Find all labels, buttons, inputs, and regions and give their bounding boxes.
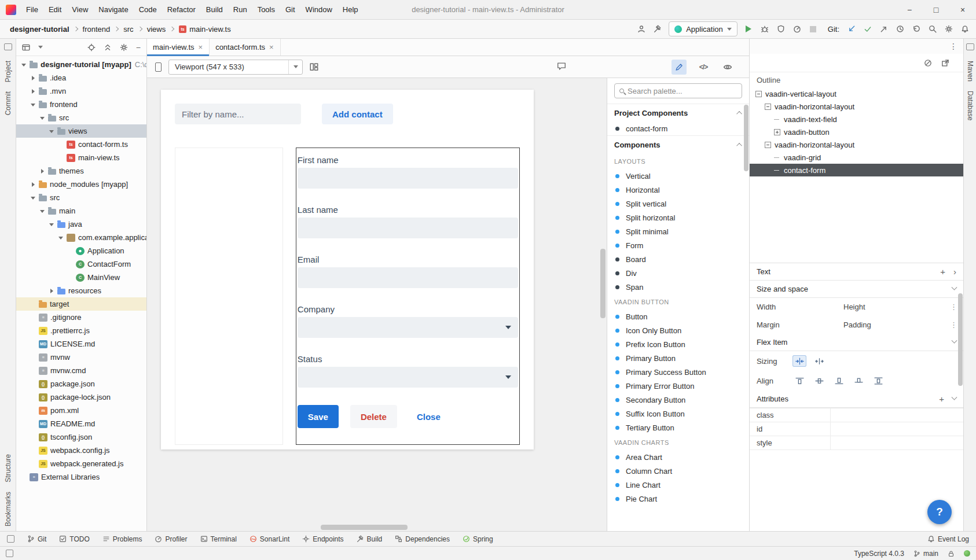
project-tree-item[interactable]: README.md bbox=[16, 417, 146, 430]
toolwindow-todo[interactable]: TODO bbox=[59, 535, 89, 543]
project-tree-item[interactable]: mvnw bbox=[16, 351, 146, 364]
palette-row[interactable]: VAADIN BUTTON bbox=[607, 294, 749, 310]
stop-button[interactable] bbox=[808, 24, 819, 34]
palette-row[interactable]: Secondary Button bbox=[607, 393, 749, 407]
tree-chevron-icon[interactable] bbox=[29, 180, 38, 189]
tree-chevron-icon[interactable] bbox=[47, 127, 56, 135]
tree-chevron-icon[interactable] bbox=[29, 367, 38, 375]
tree-chevron-icon[interactable] bbox=[29, 433, 38, 441]
git-update-icon[interactable] bbox=[846, 24, 857, 34]
palette-row[interactable]: Span bbox=[607, 280, 749, 294]
tree-chevron-icon[interactable] bbox=[29, 447, 38, 455]
toolwindow-icon[interactable] bbox=[966, 43, 974, 50]
maximize-button[interactable]: □ bbox=[923, 0, 949, 19]
collapse-caret-icon[interactable] bbox=[736, 142, 742, 148]
align-stretch-icon[interactable] bbox=[871, 375, 885, 386]
toolwindow-endpoints[interactable]: Endpoints bbox=[302, 535, 343, 543]
settings-gear-icon[interactable] bbox=[944, 24, 954, 34]
project-tree-item[interactable]: .gitignore bbox=[16, 311, 146, 324]
breadcrumb-item[interactable]: src bbox=[113, 25, 135, 34]
git-branch-widget[interactable]: main bbox=[913, 550, 938, 558]
git-commit-icon[interactable] bbox=[863, 24, 873, 34]
project-tree-item[interactable]: package-lock.json bbox=[16, 390, 146, 404]
align-end-icon[interactable] bbox=[832, 375, 846, 386]
rollback-icon[interactable] bbox=[911, 24, 922, 34]
preview-eye-icon[interactable] bbox=[720, 60, 735, 75]
form-field-input[interactable] bbox=[298, 317, 518, 338]
add-icon[interactable]: + bbox=[940, 267, 945, 277]
menu-item[interactable]: Edit bbox=[43, 0, 67, 19]
project-tree-item[interactable]: node_modules [myapp] bbox=[16, 178, 146, 191]
palette-row[interactable]: Components bbox=[607, 135, 749, 153]
device-frame-icon[interactable] bbox=[155, 62, 162, 72]
tree-chevron-icon[interactable] bbox=[66, 274, 75, 282]
tree-chevron-icon[interactable] bbox=[20, 473, 28, 481]
menu-item[interactable]: Window bbox=[300, 0, 337, 19]
minimize-button[interactable]: − bbox=[896, 0, 923, 19]
attribute-value-input[interactable] bbox=[831, 422, 963, 436]
menu-item[interactable]: Git bbox=[280, 0, 300, 19]
project-tree-item[interactable]: themes bbox=[16, 164, 146, 178]
close-tab-icon[interactable]: × bbox=[269, 43, 274, 51]
profiler-button[interactable] bbox=[792, 24, 802, 34]
menu-item[interactable]: View bbox=[67, 0, 93, 19]
palette-row[interactable]: Primary Error Button bbox=[607, 379, 749, 393]
tree-chevron-icon[interactable] bbox=[29, 327, 38, 335]
help-button[interactable]: ? bbox=[927, 500, 952, 524]
palette-row[interactable]: Horizontal bbox=[607, 183, 749, 197]
project-tree-item[interactable]: .idea bbox=[16, 71, 146, 84]
palette-row[interactable]: Split minimal bbox=[607, 224, 749, 238]
form-field-input[interactable] bbox=[298, 367, 518, 388]
outline-node-icon[interactable] bbox=[774, 170, 779, 171]
palette-row[interactable]: Vertical bbox=[607, 169, 749, 183]
tree-chevron-icon[interactable] bbox=[57, 141, 65, 149]
outline-node-icon[interactable] bbox=[755, 91, 762, 97]
history-icon[interactable] bbox=[895, 24, 905, 34]
align-center-icon[interactable] bbox=[812, 375, 826, 386]
width-field[interactable]: Width bbox=[757, 303, 843, 311]
add-attribute-icon[interactable]: + bbox=[939, 394, 944, 404]
save-button[interactable]: Save bbox=[298, 405, 339, 428]
project-tree-item[interactable]: Application bbox=[16, 244, 146, 257]
tree-chevron-icon[interactable] bbox=[20, 61, 28, 69]
hide-panel-icon[interactable]: − bbox=[136, 43, 141, 52]
palette-row[interactable]: VAADIN CHARTS bbox=[607, 434, 749, 450]
collapse-all-icon[interactable] bbox=[104, 43, 112, 51]
palette-row[interactable]: Primary Button bbox=[607, 351, 749, 365]
height-field[interactable]: Height bbox=[843, 303, 930, 311]
close-button[interactable]: × bbox=[949, 0, 976, 19]
project-tree-item[interactable]: java bbox=[16, 218, 146, 231]
designer-canvas[interactable]: Filter by name... Add contact First name bbox=[147, 78, 607, 531]
palette-row[interactable]: Icon Only Button bbox=[607, 323, 749, 337]
tree-chevron-icon[interactable] bbox=[57, 234, 65, 242]
panel-settings-gear-icon[interactable] bbox=[120, 43, 128, 51]
outline-node-icon[interactable] bbox=[774, 129, 780, 135]
toolwindow-problems[interactable]: Problems bbox=[102, 535, 142, 543]
search-everywhere-icon[interactable] bbox=[927, 24, 938, 34]
form-field-input[interactable] bbox=[298, 168, 518, 189]
project-tree-item[interactable]: com.example.application bbox=[16, 231, 146, 244]
run-button[interactable] bbox=[743, 24, 754, 34]
attribute-value-input[interactable] bbox=[831, 436, 963, 450]
project-tree-item[interactable]: views bbox=[16, 124, 146, 138]
run-configuration-select[interactable]: Application bbox=[669, 21, 737, 36]
toolwindow-spring[interactable]: Spring bbox=[463, 535, 493, 543]
tree-chevron-icon[interactable] bbox=[29, 353, 38, 362]
toolwindow-dependencies[interactable]: Dependencies bbox=[395, 535, 450, 543]
build-hammer-icon[interactable] bbox=[652, 24, 663, 34]
project-tree-item[interactable]: contact-form.ts bbox=[16, 138, 146, 151]
palette-row[interactable]: Pie Chart bbox=[607, 492, 749, 506]
project-tree-item[interactable]: pom.xml bbox=[16, 404, 146, 417]
feedback-comment-icon[interactable] bbox=[557, 62, 566, 72]
project-tree-item[interactable]: tsconfig.json bbox=[16, 430, 146, 444]
editor-tab[interactable]: contact-form.ts × bbox=[210, 39, 281, 56]
project-tree-item[interactable]: designer-tutorial [myapp] C:\dev\ bbox=[16, 58, 146, 71]
text-section-header[interactable]: Text + › bbox=[750, 263, 963, 281]
tree-chevron-icon[interactable] bbox=[29, 194, 38, 202]
debug-button[interactable] bbox=[759, 24, 770, 34]
expand-arrow-icon[interactable]: › bbox=[953, 267, 956, 277]
toolwindow-tab[interactable]: Database bbox=[966, 86, 974, 125]
breadcrumb-item[interactable]: designer-tutorial bbox=[8, 25, 71, 34]
tree-chevron-icon[interactable] bbox=[29, 460, 38, 468]
toolwindow-sonarlint[interactable]: SonarLint bbox=[249, 535, 289, 543]
